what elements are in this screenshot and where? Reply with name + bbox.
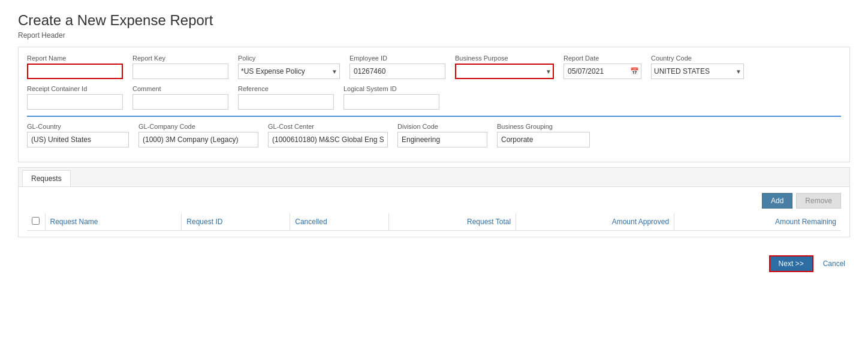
select-all-checkbox[interactable] [32, 217, 40, 225]
business-grouping-input[interactable] [497, 132, 590, 147]
business-grouping-label: Business Grouping [497, 123, 590, 130]
form-row-1: Report Name Report Key Policy *US Expens… [27, 55, 841, 79]
country-code-select-wrapper: UNITED STATES ▼ [651, 64, 744, 79]
comment-label: Comment [132, 85, 228, 92]
employee-id-input[interactable] [349, 64, 445, 79]
reference-group: Reference [238, 85, 334, 110]
gl-company-code-input[interactable] [138, 132, 258, 147]
report-date-input[interactable] [563, 64, 641, 79]
section-divider [27, 116, 841, 117]
requests-table-header: Request Name Request ID Cancelled Reques… [27, 213, 841, 231]
gl-country-input[interactable] [27, 132, 129, 147]
col-request-id: Request ID [182, 213, 290, 231]
division-code-group: Division Code [397, 123, 487, 147]
report-name-group: Report Name [27, 55, 123, 79]
business-purpose-select-wrapper: ▼ [455, 64, 554, 79]
gl-company-code-group: GL-Company Code [138, 123, 258, 147]
bottom-bar: Next >> Cancel [18, 249, 850, 278]
gl-cost-center-input[interactable] [268, 132, 388, 147]
tab-requests[interactable]: Requests [22, 170, 71, 186]
receipt-container-group: Receipt Container Id [27, 85, 123, 110]
report-key-input[interactable] [132, 64, 228, 79]
report-key-label: Report Key [132, 55, 228, 62]
table-header-row: Request Name Request ID Cancelled Reques… [27, 213, 841, 231]
col-request-name: Request Name [45, 213, 182, 231]
report-date-label: Report Date [563, 55, 641, 62]
page-container: Create a New Expense Report Report Heade… [0, 0, 868, 290]
country-code-group: Country Code UNITED STATES ▼ [651, 55, 744, 79]
logical-system-group: Logical System ID [343, 85, 439, 110]
policy-select[interactable]: *US Expense Policy [238, 64, 340, 79]
business-grouping-group: Business Grouping [497, 123, 590, 147]
policy-select-wrapper: *US Expense Policy ▼ [238, 64, 340, 79]
next-button[interactable]: Next >> [769, 255, 813, 272]
tab-bar: Requests [19, 168, 849, 187]
logical-system-label: Logical System ID [343, 85, 439, 92]
business-purpose-select[interactable] [455, 64, 554, 79]
report-date-group: Report Date 📅 [563, 55, 641, 79]
gl-cost-center-group: GL-Cost Center [268, 123, 388, 147]
form-section: Report Name Report Key Policy *US Expens… [18, 47, 850, 162]
gl-company-code-label: GL-Company Code [138, 123, 258, 130]
report-name-input[interactable] [27, 64, 123, 79]
col-cancelled: Cancelled [290, 213, 389, 231]
report-date-wrapper: 📅 [563, 64, 641, 79]
requests-table: Request Name Request ID Cancelled Reques… [27, 213, 841, 231]
reference-label: Reference [238, 85, 334, 92]
policy-group: Policy *US Expense Policy ▼ [238, 55, 340, 79]
business-purpose-group: Business Purpose ▼ [455, 55, 554, 79]
country-code-select[interactable]: UNITED STATES [651, 64, 744, 79]
comment-input[interactable] [132, 94, 228, 110]
comment-group: Comment [132, 85, 228, 110]
business-purpose-label: Business Purpose [455, 55, 554, 62]
gl-country-group: GL-Country [27, 123, 129, 147]
receipt-container-input[interactable] [27, 94, 123, 110]
cancel-button[interactable]: Cancel [818, 257, 850, 270]
logical-system-input[interactable] [343, 94, 439, 110]
checkbox-col-header [27, 213, 45, 231]
tab-toolbar: Add Remove [27, 193, 841, 209]
col-request-total: Request Total [389, 213, 516, 231]
requests-tab-section: Requests Add Remove Request Name [18, 167, 850, 237]
page-title: Create a New Expense Report [18, 12, 850, 29]
employee-id-group: Employee ID [349, 55, 445, 79]
form-row-2: Receipt Container Id Comment Reference L… [27, 85, 841, 110]
gl-cost-center-label: GL-Cost Center [268, 123, 388, 130]
policy-label: Policy [238, 55, 340, 62]
report-key-group: Report Key [132, 55, 228, 79]
country-code-label: Country Code [651, 55, 744, 62]
remove-button[interactable]: Remove [796, 193, 841, 209]
employee-id-label: Employee ID [349, 55, 445, 62]
receipt-container-label: Receipt Container Id [27, 85, 123, 92]
tab-content: Add Remove Request Name Request ID [19, 187, 849, 237]
add-button[interactable]: Add [762, 193, 792, 209]
report-header-label: Report Header [18, 31, 850, 40]
col-amount-remaining: Amount Remaining [674, 213, 841, 231]
division-code-label: Division Code [397, 123, 487, 130]
report-name-label: Report Name [27, 55, 123, 62]
reference-input[interactable] [238, 94, 334, 110]
col-amount-approved: Amount Approved [516, 213, 674, 231]
division-code-input[interactable] [397, 132, 487, 147]
gl-country-label: GL-Country [27, 123, 129, 130]
form-row-3: GL-Country GL-Company Code GL-Cost Cente… [27, 123, 841, 147]
